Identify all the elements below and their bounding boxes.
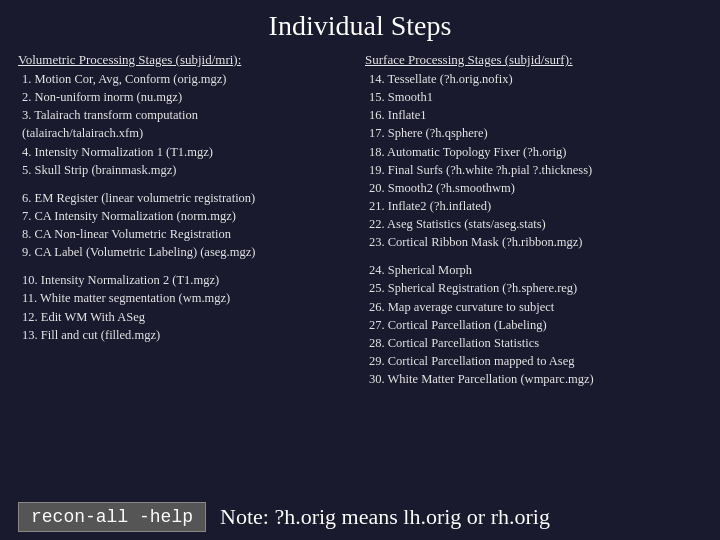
list-item: 9. CA Label (Volumetric Labeling) (aseg.…	[18, 243, 355, 261]
list-item: 18. Automatic Topology Fixer (?h.orig)	[365, 143, 702, 161]
list-item: 20. Smooth2 (?h.smoothwm)	[365, 179, 702, 197]
list-item: 12. Edit WM With ASeg	[18, 308, 355, 326]
list-item: 5. Skull Strip (brainmask.mgz)	[18, 161, 355, 179]
left-column: Volumetric Processing Stages (subjid/mri…	[18, 52, 355, 496]
list-item: 23. Cortical Ribbon Mask (?h.ribbon.mgz)	[365, 233, 702, 251]
recon-all-button[interactable]: recon-all -help	[18, 502, 206, 532]
list-item: 14. Tessellate (?h.orig.nofix)	[365, 70, 702, 88]
right-section-2: 24. Spherical Morph 25. Spherical Regist…	[365, 259, 702, 388]
right-section-1: Surface Processing Stages (subjid/surf):…	[365, 52, 702, 251]
list-item: 21. Inflate2 (?h.inflated)	[365, 197, 702, 215]
note-text: Note: ?h.orig means lh.orig or rh.orig	[220, 504, 550, 530]
list-item: 22. Aseg Statistics (stats/aseg.stats)	[365, 215, 702, 233]
list-item: 4. Intensity Normalization 1 (T1.mgz)	[18, 143, 355, 161]
list-item: 7. CA Intensity Normalization (norm.mgz)	[18, 207, 355, 225]
list-item: 1. Motion Cor, Avg, Conform (orig.mgz)	[18, 70, 355, 88]
page: Individual Steps Volumetric Processing S…	[0, 0, 720, 540]
list-item: (talairach/talairach.xfm)	[18, 124, 355, 142]
list-item: 13. Fill and cut (filled.mgz)	[18, 326, 355, 344]
list-item: 24. Spherical Morph	[365, 261, 702, 279]
list-item: 2. Non-uniform inorm (nu.mgz)	[18, 88, 355, 106]
list-item: 30. White Matter Parcellation (wmparc.mg…	[365, 370, 702, 388]
left-section-2: 6. EM Register (linear volumetric regist…	[18, 187, 355, 262]
list-item: 3. Talairach transform computation	[18, 106, 355, 124]
list-item: 19. Final Surfs (?h.white ?h.pial ?.thic…	[365, 161, 702, 179]
list-item: 8. CA Non-linear Volumetric Registration	[18, 225, 355, 243]
list-item: 27. Cortical Parcellation (Labeling)	[365, 316, 702, 334]
list-item: 26. Map average curvature to subject	[365, 298, 702, 316]
list-item: 11. White matter segmentation (wm.mgz)	[18, 289, 355, 307]
right-column: Surface Processing Stages (subjid/surf):…	[365, 52, 702, 496]
list-item: 29. Cortical Parcellation mapped to Aseg	[365, 352, 702, 370]
list-item: 15. Smooth1	[365, 88, 702, 106]
list-item: 10. Intensity Normalization 2 (T1.mgz)	[18, 271, 355, 289]
columns: Volumetric Processing Stages (subjid/mri…	[18, 52, 702, 496]
left-section-1-header: Volumetric Processing Stages (subjid/mri…	[18, 52, 355, 68]
list-item: 6. EM Register (linear volumetric regist…	[18, 189, 355, 207]
list-item: 16. Inflate1	[365, 106, 702, 124]
left-section-3: 10. Intensity Normalization 2 (T1.mgz) 1…	[18, 269, 355, 344]
page-title: Individual Steps	[18, 10, 702, 42]
list-item: 17. Sphere (?h.qsphere)	[365, 124, 702, 142]
right-section-1-header: Surface Processing Stages (subjid/surf):	[365, 52, 702, 68]
left-section-1: Volumetric Processing Stages (subjid/mri…	[18, 52, 355, 179]
list-item: 25. Spherical Registration (?h.sphere.re…	[365, 279, 702, 297]
list-item: 28. Cortical Parcellation Statistics	[365, 334, 702, 352]
footer: recon-all -help Note: ?h.orig means lh.o…	[18, 502, 702, 532]
